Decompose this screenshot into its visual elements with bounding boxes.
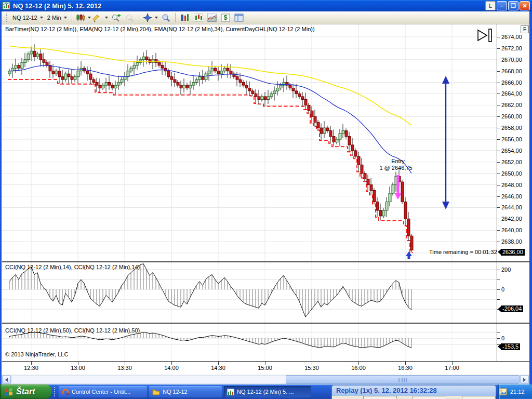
left-arrow-icon [5, 378, 8, 382]
chevron-down-icon [155, 17, 158, 19]
time-tick-label: 17:00 [442, 365, 462, 371]
time-tick-label: 14:30 [208, 365, 229, 371]
zoom-in-icon [111, 14, 121, 22]
tray-app-icon[interactable] [499, 388, 507, 395]
chart-client-area: BarTimer(NQ 12-12 (2 Min)), EMA(NQ 12-12… [2, 24, 529, 375]
drawing-tools-button[interactable] [92, 12, 109, 23]
chart-style-button[interactable] [75, 12, 91, 23]
time-tick-label: 15:00 [255, 365, 275, 371]
windows-logo-icon [4, 387, 14, 396]
mini-candles-icon [194, 14, 203, 22]
taskbar-grip[interactable] [54, 387, 56, 396]
task-control-center[interactable]: Control Center - Untit... [59, 386, 147, 397]
start-label: Štart [16, 387, 35, 396]
horizontal-scrollbar[interactable] [2, 375, 529, 384]
crosshair-button[interactable] [142, 12, 158, 23]
ninjatrader-icon [62, 388, 69, 395]
task-label: NQ 12-12 (2 Min) 5. ... [237, 389, 294, 395]
task-chart-nq[interactable]: NQ 12-12 (2 Min) 5. ... [224, 386, 311, 397]
fixed-scale-button[interactable]: F [521, 25, 529, 33]
time-tick-label: 16:30 [395, 365, 416, 371]
replay-controls-strip [332, 396, 496, 399]
regions-button[interactable] [206, 12, 218, 23]
area-chart-icon [207, 14, 217, 22]
taskbar: Štart Control Center - Untit... NQ 12-12… [0, 384, 532, 399]
time-tick-label: 15:30 [301, 365, 322, 371]
scrollbar-thumb[interactable] [286, 375, 520, 384]
toolbar-separator [139, 13, 139, 22]
zoom-out-icon [125, 14, 134, 22]
price-chart-panel[interactable]: Entry1 @ 2646,75 [2, 24, 497, 261]
scroll-right-button[interactable] [520, 375, 529, 384]
window-titlebar[interactable]: NQ 12-12 (2 Min) 5. 12. 2012 L – ❐ ✕ [0, 0, 532, 11]
task-label: NQ 12-12 [163, 389, 188, 395]
chevron-down-icon [40, 17, 43, 19]
cci14-panel[interactable] [2, 262, 497, 323]
chevron-down-icon [64, 17, 67, 19]
chart-trader-button[interactable] [179, 12, 191, 23]
toolbar-separator [175, 13, 176, 22]
replay-titlebar[interactable]: Replay (1x) 5. 12. 2012 16:32:28 [332, 385, 496, 396]
window-chart-icon [2, 2, 10, 10]
entry-price-annotation: 1 @ 2646,75 [379, 165, 412, 171]
bar-timer-text: Time remaining = 00:01:32 [429, 249, 497, 255]
task-label: Control Center - Untit... [72, 389, 130, 395]
data-box-button[interactable] [159, 12, 172, 23]
minimize-button[interactable]: – [497, 1, 507, 10]
chevron-down-icon [105, 17, 108, 19]
folder-icon [152, 389, 160, 395]
instrument-selector[interactable]: NQ 12-12 [10, 12, 45, 23]
indicator-label: BarTimer(NQ 12-12 (2 Min)), EMA(NQ 12-12… [5, 26, 315, 32]
bars-panel-button[interactable] [192, 12, 205, 23]
zoom-out-button[interactable] [123, 12, 136, 23]
time-tick-label: 12:30 [21, 365, 42, 371]
chart-icon [227, 389, 234, 395]
time-tick-label: 13:30 [114, 365, 135, 371]
window-title: NQ 12-12 (2 Min) 5. 12. 2012 [13, 2, 484, 10]
link-button[interactable]: L [485, 1, 496, 10]
cci14-label: CCI(NQ 12-12 (2 Min),14), CCI(NQ 12-12 (… [5, 264, 140, 270]
panel-divider[interactable] [2, 323, 529, 324]
instrument-label: NQ 12-12 [12, 15, 37, 21]
ninjatrader-chart-window: NQ 12-12 (2 Min) 5. 12. 2012 L – ❐ ✕ NQ … [0, 0, 532, 399]
up-arrow-icon [406, 251, 412, 259]
interval-label: 2 Min [47, 15, 61, 21]
chevron-down-icon [88, 17, 91, 19]
time-axis[interactable]: 12:3013:0013:3014:0014:3015:0015:3016:00… [2, 361, 529, 375]
maximize-button[interactable]: ❐ [508, 1, 518, 10]
cci50-label: CCI(NQ 12-12 (2 Min),50), CCI(NQ 12-12 (… [5, 327, 140, 334]
price-axis[interactable]: F [497, 24, 529, 361]
candles-icon [76, 14, 85, 22]
properties-button[interactable] [233, 12, 245, 23]
chart-trader-icon [180, 14, 190, 22]
replay-window[interactable]: Replay (1x) 5. 12. 2012 16:32:28 [331, 385, 496, 399]
thumb-grip-icon [398, 378, 407, 382]
time-tick-label: 16:00 [348, 365, 369, 371]
pencil-icon [93, 14, 102, 22]
entry-annotation: Entry [391, 158, 405, 164]
task-folder-nq[interactable]: NQ 12-12 [149, 386, 222, 397]
magnifier-icon [161, 14, 170, 22]
start-button[interactable]: Štart [0, 384, 52, 399]
time-tick-label: 13:00 [68, 365, 88, 371]
toolbar-separator [72, 13, 72, 22]
system-tray: 21:12 [498, 384, 532, 399]
right-arrow-icon [523, 378, 526, 382]
account-dollar-button[interactable]: $ [219, 12, 232, 23]
crosshair-icon [143, 14, 152, 22]
dollar-icon: $ [221, 14, 230, 22]
skip-to-end-icon [478, 30, 487, 41]
zoom-in-button[interactable] [110, 12, 122, 23]
toolbar-grip[interactable] [6, 14, 8, 22]
chart-toolbar: NQ 12-12 2 Min [2, 11, 529, 24]
layout-icon [234, 14, 244, 22]
scroll-left-button[interactable] [2, 375, 11, 384]
svg-text:$: $ [223, 14, 227, 21]
panel-divider[interactable] [2, 261, 529, 262]
time-tick-label: 14:00 [161, 365, 182, 371]
clock: 21:12 [510, 389, 525, 395]
close-button[interactable]: ✕ [520, 1, 530, 10]
copyright-text: © 2013 NinjaTrader, LLC [5, 351, 68, 357]
interval-selector[interactable]: 2 Min [45, 12, 69, 23]
